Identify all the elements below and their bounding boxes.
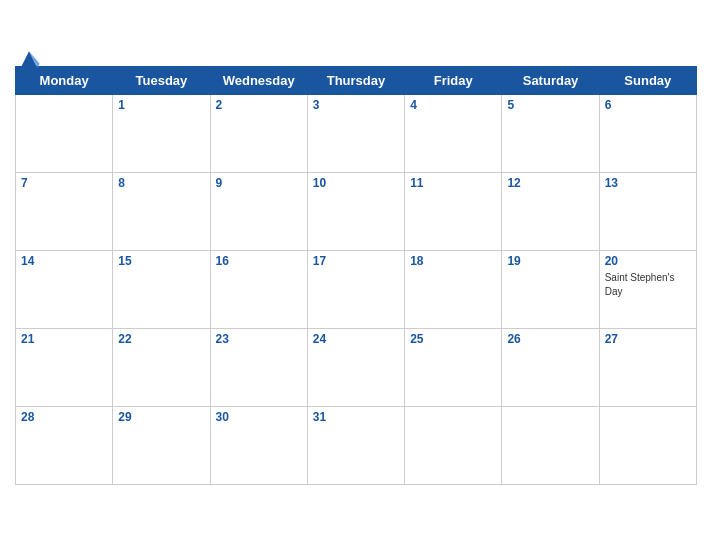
day-number: 8 (118, 176, 204, 190)
calendar-cell: 15 (113, 251, 210, 329)
weekday-header-sunday: Sunday (599, 67, 696, 95)
day-number: 12 (507, 176, 593, 190)
calendar-cell (405, 407, 502, 485)
calendar-cell: 13 (599, 173, 696, 251)
day-number: 22 (118, 332, 204, 346)
calendar-table: MondayTuesdayWednesdayThursdayFridaySatu… (15, 66, 697, 485)
day-number: 9 (216, 176, 302, 190)
calendar-thead: MondayTuesdayWednesdayThursdayFridaySatu… (16, 67, 697, 95)
calendar-cell: 24 (307, 329, 404, 407)
logo-icon (15, 46, 43, 74)
day-number: 25 (410, 332, 496, 346)
weekday-header-friday: Friday (405, 67, 502, 95)
week-row-2: 78910111213 (16, 173, 697, 251)
calendar-cell (16, 95, 113, 173)
calendar-cell: 12 (502, 173, 599, 251)
week-row-1: 123456 (16, 95, 697, 173)
calendar-cell: 27 (599, 329, 696, 407)
day-number: 29 (118, 410, 204, 424)
day-number: 19 (507, 254, 593, 268)
day-number: 5 (507, 98, 593, 112)
day-number: 3 (313, 98, 399, 112)
calendar-cell: 10 (307, 173, 404, 251)
calendar-cell: 6 (599, 95, 696, 173)
calendar-body: 1234567891011121314151617181920Saint Ste… (16, 95, 697, 485)
weekday-header-tuesday: Tuesday (113, 67, 210, 95)
calendar-cell: 23 (210, 329, 307, 407)
week-row-4: 21222324252627 (16, 329, 697, 407)
calendar-cell (502, 407, 599, 485)
day-number: 2 (216, 98, 302, 112)
week-row-3: 14151617181920Saint Stephen's Day (16, 251, 697, 329)
day-number: 17 (313, 254, 399, 268)
day-number: 21 (21, 332, 107, 346)
day-number: 15 (118, 254, 204, 268)
calendar-cell: 30 (210, 407, 307, 485)
calendar-cell: 5 (502, 95, 599, 173)
day-number: 18 (410, 254, 496, 268)
calendar-cell: 29 (113, 407, 210, 485)
day-number: 16 (216, 254, 302, 268)
day-number: 6 (605, 98, 691, 112)
day-number: 27 (605, 332, 691, 346)
weekday-header-wednesday: Wednesday (210, 67, 307, 95)
day-number: 24 (313, 332, 399, 346)
day-number: 7 (21, 176, 107, 190)
calendar-cell: 7 (16, 173, 113, 251)
day-number: 20 (605, 254, 691, 268)
calendar-cell (599, 407, 696, 485)
week-row-5: 28293031 (16, 407, 697, 485)
calendar-cell: 28 (16, 407, 113, 485)
calendar-cell: 16 (210, 251, 307, 329)
calendar-cell: 11 (405, 173, 502, 251)
calendar-cell: 25 (405, 329, 502, 407)
weekday-header-row: MondayTuesdayWednesdayThursdayFridaySatu… (16, 67, 697, 95)
day-number: 28 (21, 410, 107, 424)
calendar-wrapper: MondayTuesdayWednesdayThursdayFridaySatu… (0, 50, 712, 500)
calendar-cell: 18 (405, 251, 502, 329)
calendar-cell: 20Saint Stephen's Day (599, 251, 696, 329)
calendar-cell: 21 (16, 329, 113, 407)
calendar-cell: 4 (405, 95, 502, 173)
day-number: 23 (216, 332, 302, 346)
calendar-cell: 3 (307, 95, 404, 173)
day-number: 31 (313, 410, 399, 424)
holiday-label: Saint Stephen's Day (605, 272, 675, 297)
day-number: 11 (410, 176, 496, 190)
calendar-cell: 1 (113, 95, 210, 173)
day-number: 1 (118, 98, 204, 112)
day-number: 14 (21, 254, 107, 268)
calendar-cell: 17 (307, 251, 404, 329)
weekday-header-saturday: Saturday (502, 67, 599, 95)
calendar-cell: 19 (502, 251, 599, 329)
calendar-cell: 8 (113, 173, 210, 251)
calendar-cell: 9 (210, 173, 307, 251)
calendar-cell: 2 (210, 95, 307, 173)
day-number: 10 (313, 176, 399, 190)
calendar-cell: 22 (113, 329, 210, 407)
calendar-cell: 14 (16, 251, 113, 329)
logo (15, 46, 47, 74)
calendar-cell: 31 (307, 407, 404, 485)
day-number: 13 (605, 176, 691, 190)
day-number: 30 (216, 410, 302, 424)
day-number: 4 (410, 98, 496, 112)
weekday-header-thursday: Thursday (307, 67, 404, 95)
day-number: 26 (507, 332, 593, 346)
calendar-cell: 26 (502, 329, 599, 407)
